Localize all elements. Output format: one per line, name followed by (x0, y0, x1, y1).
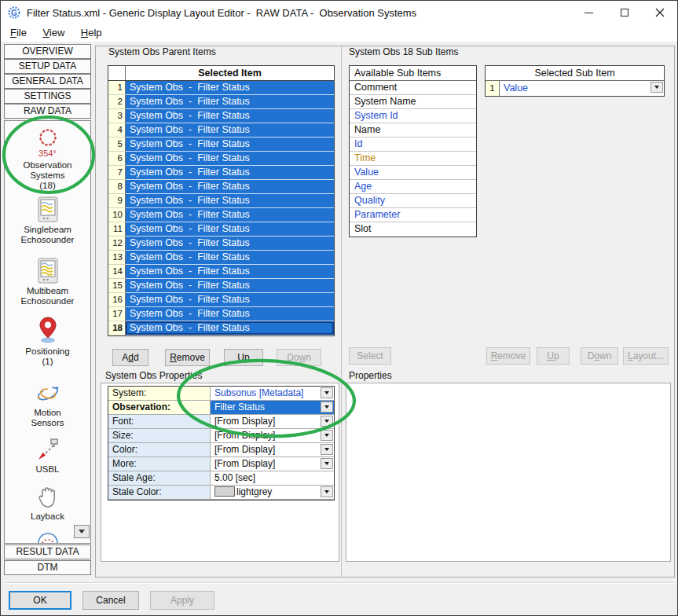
available-sub-item[interactable]: Parameter (350, 208, 476, 222)
sidebar-item-settings[interactable]: SETTINGS (4, 89, 91, 104)
menu-item[interactable]: View (36, 24, 71, 40)
parent-items-action-button[interactable]: Add (112, 349, 148, 366)
available-sub-item[interactable]: Value (350, 166, 476, 180)
dropdown-button[interactable] (321, 387, 333, 398)
sidebar-item-setup-data[interactable]: SETUP DATA (4, 59, 91, 74)
dropdown-button[interactable] (321, 458, 333, 469)
available-sub-item[interactable]: Time (350, 152, 476, 166)
parent-item-row[interactable]: 10 System Obs - Filter Status (108, 208, 334, 222)
parent-item-row[interactable]: 2 System Obs - Filter Status (108, 95, 334, 109)
menu-item[interactable]: File (4, 24, 33, 40)
sidebar-item-result-data[interactable]: RESULT DATA (4, 544, 91, 559)
sub-item-action-button[interactable]: Up (537, 347, 570, 365)
ok-button[interactable]: OK (9, 591, 71, 610)
row-label: System Obs - Filter Status (126, 265, 334, 279)
dropdown-button[interactable] (321, 486, 333, 497)
sidebar-scroll-down-button[interactable] (74, 525, 90, 538)
parent-item-row[interactable]: 13 System Obs - Filter Status (108, 251, 334, 265)
property-value-dropdown[interactable]: [From Display] (211, 429, 334, 443)
sidebar-item-raw-data[interactable]: RAW DATA (4, 104, 91, 119)
parent-item-row[interactable]: 15 System Obs - Filter Status (108, 279, 334, 293)
chevron-down-icon (324, 434, 329, 437)
parent-item-row[interactable]: 9 System Obs - Filter Status (108, 194, 334, 208)
sidebar-item-usbl[interactable]: USBL (5, 437, 90, 475)
close-button[interactable] (642, 1, 677, 24)
group-label-sub-items: System Obs 18 Sub Items (349, 46, 458, 57)
parent-item-row[interactable]: 12 System Obs - Filter Status (108, 236, 334, 251)
parent-item-row[interactable]: 5 System Obs - Filter Status (108, 138, 334, 152)
sidebar-item-overview[interactable]: OVERVIEW (4, 44, 91, 59)
sidebar-item-positioning[interactable]: Positioning (1) (5, 316, 90, 367)
property-value-dropdown[interactable]: Filter Status (211, 401, 334, 415)
available-sub-item[interactable]: Quality (350, 194, 476, 208)
parent-items-table: Selected Item 1 System Obs - Filter Stat… (108, 65, 335, 336)
parent-item-row[interactable]: 1 System Obs - Filter Status (108, 81, 334, 95)
select-button[interactable]: Select (349, 347, 391, 365)
parent-item-row[interactable]: 6 System Obs - Filter Status (108, 152, 334, 166)
apply-button[interactable]: Apply (150, 591, 214, 610)
available-sub-item[interactable]: Slot (350, 222, 476, 236)
sidebar-item-multibeam-echosounder[interactable]: Multibeam Echosounder (5, 258, 90, 306)
parent-item-row[interactable]: 16 System Obs - Filter Status (108, 293, 334, 307)
parent-items-action-button[interactable]: Remove (165, 349, 210, 366)
sidebar-item-singlebeam-echosounder[interactable]: Singlebeam Echosounder (5, 196, 90, 245)
row-label: System Obs - Filter Status (126, 81, 334, 95)
parent-item-row[interactable]: 11 System Obs - Filter Status (108, 222, 334, 236)
property-row: Observation: Filter Status (108, 401, 334, 415)
sub-item-buttons: Remove Up Down Layout... (485, 347, 671, 365)
maximize-button[interactable] (607, 1, 642, 24)
available-sub-item[interactable]: Age (350, 180, 476, 194)
sidebar-item-motion-sensors[interactable]: Motion Sensors (5, 382, 90, 428)
available-sub-item[interactable]: Comment (350, 81, 476, 95)
row-label: System Obs - Filter Status (126, 293, 334, 307)
title-bar: G Filter Status.xml - Generic Display La… (1, 1, 677, 24)
sub-item-action-button[interactable]: Layout... (623, 347, 669, 365)
dropdown-button[interactable] (321, 416, 333, 427)
property-row: Size: [From Display] (108, 429, 334, 443)
property-row: Stale Age: 5.00 [sec] (108, 471, 334, 486)
sub-item-action-button[interactable]: Remove (486, 347, 530, 365)
property-value-dropdown[interactable]: 5.00 [sec] (211, 471, 334, 486)
property-value-dropdown[interactable]: Subsonus [Metadata] (211, 387, 334, 401)
dropdown-button[interactable] (651, 82, 663, 93)
sidebar-item-layback[interactable]: Layback (5, 484, 90, 522)
sub-item-action-button[interactable]: Down (581, 347, 618, 365)
parent-item-row[interactable]: 18 System Obs - Filter Status (108, 321, 334, 336)
parent-item-row[interactable]: 4 System Obs - Filter Status (108, 123, 334, 138)
cancel-button[interactable]: Cancel (82, 591, 139, 610)
property-value-dropdown[interactable]: [From Display] (211, 443, 334, 457)
menu-item[interactable]: Help (75, 24, 108, 40)
parent-item-row[interactable]: 7 System Obs - Filter Status (108, 166, 334, 180)
dropdown-button[interactable] (321, 430, 333, 441)
parent-item-row[interactable]: 14 System Obs - Filter Status (108, 265, 334, 279)
minimize-button[interactable] (571, 1, 607, 24)
window-controls (571, 1, 677, 24)
available-sub-item[interactable]: Id (350, 138, 476, 152)
available-sub-item[interactable]: Name (350, 123, 476, 138)
parent-item-row[interactable]: 8 System Obs - Filter Status (108, 180, 334, 194)
property-value-text: lightgrey (236, 486, 272, 497)
property-row: System: Subsonus [Metadata] (108, 387, 334, 401)
row-number: 10 (108, 208, 126, 222)
layback-hand-icon (37, 484, 59, 509)
available-sub-item[interactable]: System Id (350, 109, 476, 123)
available-sub-item[interactable]: System Name (350, 95, 476, 109)
row-label: System Obs - Filter Status (126, 251, 334, 265)
sidebar-item-dtm[interactable]: DTM (4, 560, 91, 575)
property-value-dropdown[interactable]: [From Display] (211, 415, 334, 429)
property-value-dropdown[interactable]: [From Display] (211, 457, 334, 471)
available-sub-items-header: Available Sub Items (350, 66, 476, 81)
selected-sub-item-row[interactable]: 1 Value (486, 81, 664, 96)
property-value-dropdown[interactable]: lightgrey (211, 486, 334, 500)
sidebar-item-observation-systems[interactable]: 354° Observation Systems (18) (5, 127, 90, 191)
available-sub-item-label: Time (354, 152, 376, 163)
row-number: 1 (486, 81, 500, 96)
dropdown-button[interactable] (321, 444, 333, 455)
parent-items-action-button[interactable]: Down (277, 349, 321, 366)
parent-items-action-button[interactable]: Up (224, 349, 263, 366)
sidebar-item-label: USBL (5, 464, 90, 475)
dropdown-button[interactable] (321, 402, 333, 412)
parent-item-row[interactable]: 17 System Obs - Filter Status (108, 307, 334, 321)
sidebar-item-general-data[interactable]: GENERAL DATA (4, 74, 91, 89)
parent-item-row[interactable]: 3 System Obs - Filter Status (108, 109, 334, 123)
